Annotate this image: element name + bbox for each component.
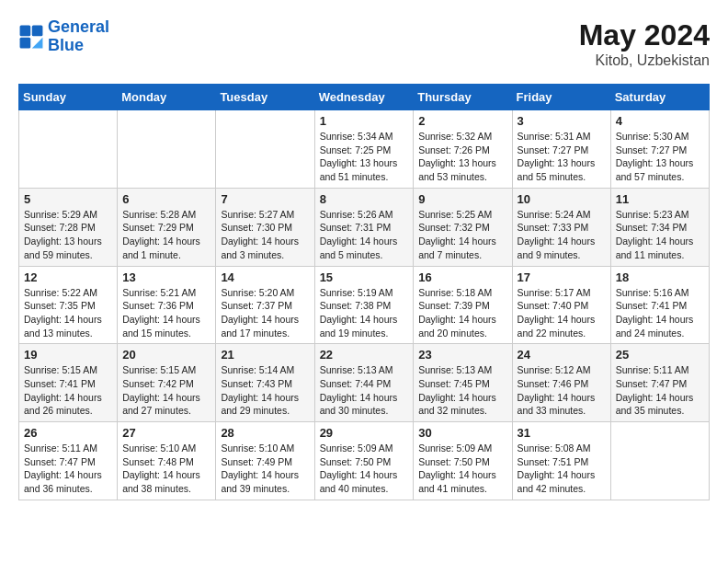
calendar-cell: 30Sunrise: 5:09 AMSunset: 7:50 PMDayligh…: [414, 422, 512, 500]
day-info: Sunrise: 5:09 AMSunset: 7:50 PMDaylight:…: [418, 442, 506, 496]
calendar-cell: 4Sunrise: 5:30 AMSunset: 7:27 PMDaylight…: [610, 110, 709, 189]
day-number: 18: [616, 270, 704, 284]
calendar-cell: 13Sunrise: 5:21 AMSunset: 7:36 PMDayligh…: [118, 266, 216, 344]
col-monday: Monday: [118, 85, 216, 110]
svg-marker-3: [32, 38, 43, 49]
calendar-cell: 20Sunrise: 5:15 AMSunset: 7:42 PMDayligh…: [118, 344, 216, 422]
day-number: 23: [418, 348, 506, 362]
day-number: 8: [320, 192, 409, 206]
day-number: 3: [518, 114, 606, 128]
day-info: Sunrise: 5:26 AMSunset: 7:31 PMDaylight:…: [320, 208, 409, 262]
calendar-cell: 17Sunrise: 5:17 AMSunset: 7:40 PMDayligh…: [512, 266, 610, 344]
calendar-cell: 10Sunrise: 5:24 AMSunset: 7:33 PMDayligh…: [512, 188, 610, 266]
location: Kitob, Uzbekistan: [579, 52, 710, 69]
calendar-cell: 14Sunrise: 5:20 AMSunset: 7:37 PMDayligh…: [216, 266, 314, 344]
day-number: 4: [616, 114, 704, 128]
day-number: 22: [320, 348, 409, 362]
day-number: 30: [418, 426, 506, 440]
day-number: 7: [221, 192, 309, 206]
col-thursday: Thursday: [414, 85, 512, 110]
day-number: 20: [122, 348, 210, 362]
day-number: 25: [616, 348, 704, 362]
col-saturday: Saturday: [610, 85, 709, 110]
day-info: Sunrise: 5:30 AMSunset: 7:27 PMDaylight:…: [616, 130, 704, 184]
calendar-cell: 28Sunrise: 5:10 AMSunset: 7:49 PMDayligh…: [216, 422, 314, 500]
day-info: Sunrise: 5:11 AMSunset: 7:47 PMDaylight:…: [24, 442, 112, 496]
logo-icon: [18, 24, 44, 50]
day-info: Sunrise: 5:08 AMSunset: 7:51 PMDaylight:…: [518, 442, 606, 496]
calendar-week-row: 12Sunrise: 5:22 AMSunset: 7:35 PMDayligh…: [19, 266, 710, 344]
day-number: 21: [221, 348, 309, 362]
svg-rect-0: [20, 25, 31, 36]
day-info: Sunrise: 5:15 AMSunset: 7:41 PMDaylight:…: [24, 363, 112, 418]
day-info: Sunrise: 5:25 AMSunset: 7:32 PMDaylight:…: [418, 208, 506, 262]
calendar-cell: 7Sunrise: 5:27 AMSunset: 7:30 PMDaylight…: [216, 188, 314, 266]
calendar-header-row: Sunday Monday Tuesday Wednesday Thursday…: [19, 85, 710, 110]
day-number: 12: [24, 270, 112, 284]
day-info: Sunrise: 5:13 AMSunset: 7:45 PMDaylight:…: [418, 363, 506, 418]
day-number: 29: [320, 426, 409, 440]
calendar-cell: 24Sunrise: 5:12 AMSunset: 7:46 PMDayligh…: [512, 344, 610, 422]
calendar-cell: 16Sunrise: 5:18 AMSunset: 7:39 PMDayligh…: [414, 266, 512, 344]
day-info: Sunrise: 5:16 AMSunset: 7:41 PMDaylight:…: [616, 286, 704, 340]
day-info: Sunrise: 5:34 AMSunset: 7:25 PMDaylight:…: [320, 130, 409, 184]
col-friday: Friday: [512, 85, 610, 110]
col-sunday: Sunday: [19, 85, 118, 110]
calendar-week-row: 19Sunrise: 5:15 AMSunset: 7:41 PMDayligh…: [19, 344, 710, 422]
day-number: 14: [221, 270, 309, 284]
day-number: 27: [122, 426, 210, 440]
day-number: 5: [24, 192, 112, 206]
day-number: 2: [418, 114, 506, 128]
day-number: 13: [122, 270, 210, 284]
calendar-cell: 31Sunrise: 5:08 AMSunset: 7:51 PMDayligh…: [512, 422, 610, 500]
calendar-cell: 19Sunrise: 5:15 AMSunset: 7:41 PMDayligh…: [19, 344, 118, 422]
logo-blue: Blue: [48, 37, 109, 55]
day-info: Sunrise: 5:11 AMSunset: 7:47 PMDaylight:…: [616, 363, 704, 418]
day-info: Sunrise: 5:27 AMSunset: 7:30 PMDaylight:…: [221, 208, 309, 262]
calendar-cell: 12Sunrise: 5:22 AMSunset: 7:35 PMDayligh…: [19, 266, 118, 344]
calendar-cell: 27Sunrise: 5:10 AMSunset: 7:48 PMDayligh…: [118, 422, 216, 500]
calendar-cell: [19, 110, 118, 189]
day-info: Sunrise: 5:21 AMSunset: 7:36 PMDaylight:…: [122, 286, 210, 340]
day-number: 28: [221, 426, 309, 440]
day-info: Sunrise: 5:23 AMSunset: 7:34 PMDaylight:…: [616, 208, 704, 262]
calendar-cell: 15Sunrise: 5:19 AMSunset: 7:38 PMDayligh…: [314, 266, 414, 344]
logo: General Blue: [18, 18, 109, 55]
day-info: Sunrise: 5:22 AMSunset: 7:35 PMDaylight:…: [24, 286, 112, 340]
day-number: 9: [418, 192, 506, 206]
day-number: 16: [418, 270, 506, 284]
day-number: 1: [320, 114, 409, 128]
day-info: Sunrise: 5:19 AMSunset: 7:38 PMDaylight:…: [320, 286, 409, 340]
page-header: General Blue May 2024 Kitob, Uzbekistan: [18, 18, 710, 69]
day-info: Sunrise: 5:24 AMSunset: 7:33 PMDaylight:…: [518, 208, 606, 262]
calendar-cell: 3Sunrise: 5:31 AMSunset: 7:27 PMDaylight…: [512, 110, 610, 189]
calendar-cell: 5Sunrise: 5:29 AMSunset: 7:28 PMDaylight…: [19, 188, 118, 266]
day-number: 17: [518, 270, 606, 284]
day-number: 6: [122, 192, 210, 206]
calendar-table: Sunday Monday Tuesday Wednesday Thursday…: [18, 84, 710, 500]
calendar-week-row: 26Sunrise: 5:11 AMSunset: 7:47 PMDayligh…: [19, 422, 710, 500]
calendar-cell: 8Sunrise: 5:26 AMSunset: 7:31 PMDaylight…: [314, 188, 414, 266]
day-info: Sunrise: 5:31 AMSunset: 7:27 PMDaylight:…: [518, 130, 606, 184]
day-info: Sunrise: 5:17 AMSunset: 7:40 PMDaylight:…: [518, 286, 606, 340]
day-info: Sunrise: 5:09 AMSunset: 7:50 PMDaylight:…: [320, 442, 409, 496]
calendar-cell: 26Sunrise: 5:11 AMSunset: 7:47 PMDayligh…: [19, 422, 118, 500]
day-info: Sunrise: 5:10 AMSunset: 7:49 PMDaylight:…: [221, 442, 309, 496]
day-number: 15: [320, 270, 409, 284]
col-tuesday: Tuesday: [216, 85, 314, 110]
svg-rect-2: [20, 38, 31, 49]
calendar-cell: 29Sunrise: 5:09 AMSunset: 7:50 PMDayligh…: [314, 422, 414, 500]
title-block: May 2024 Kitob, Uzbekistan: [579, 18, 710, 69]
calendar-week-row: 5Sunrise: 5:29 AMSunset: 7:28 PMDaylight…: [19, 188, 710, 266]
month-year: May 2024: [579, 18, 710, 52]
day-info: Sunrise: 5:28 AMSunset: 7:29 PMDaylight:…: [122, 208, 210, 262]
day-info: Sunrise: 5:29 AMSunset: 7:28 PMDaylight:…: [24, 208, 112, 262]
col-wednesday: Wednesday: [314, 85, 414, 110]
calendar-cell: [216, 110, 314, 189]
calendar-cell: 2Sunrise: 5:32 AMSunset: 7:26 PMDaylight…: [414, 110, 512, 189]
calendar-cell: 11Sunrise: 5:23 AMSunset: 7:34 PMDayligh…: [610, 188, 709, 266]
calendar-cell: 9Sunrise: 5:25 AMSunset: 7:32 PMDaylight…: [414, 188, 512, 266]
calendar-cell: 22Sunrise: 5:13 AMSunset: 7:44 PMDayligh…: [314, 344, 414, 422]
calendar-week-row: 1Sunrise: 5:34 AMSunset: 7:25 PMDaylight…: [19, 110, 710, 189]
logo-general: General: [48, 18, 109, 37]
